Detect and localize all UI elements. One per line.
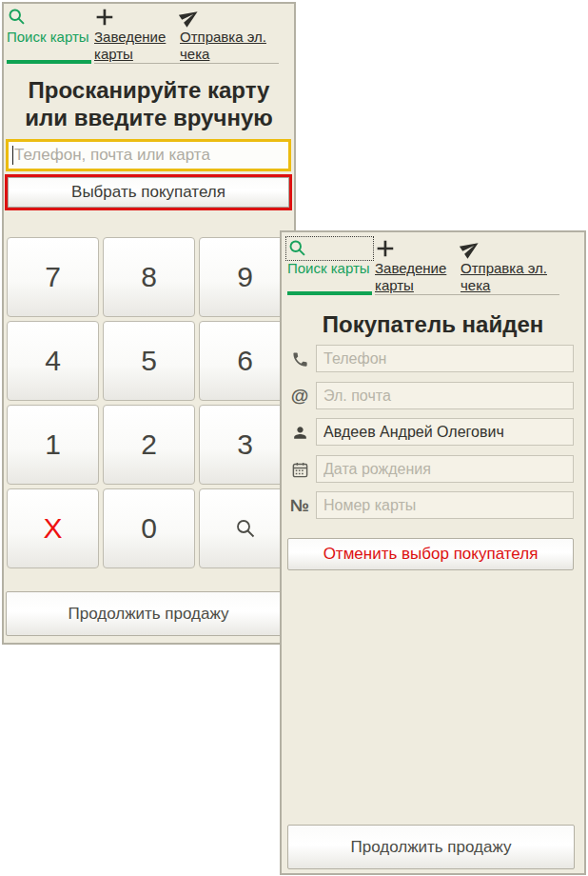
plus-icon xyxy=(375,238,461,259)
key-7[interactable]: 7 xyxy=(7,237,99,317)
person-icon xyxy=(287,421,312,444)
continue-sale-button[interactable]: Продолжить продажу xyxy=(287,825,575,869)
key-search[interactable] xyxy=(199,488,291,568)
phone-icon xyxy=(287,348,312,370)
select-customer-button[interactable]: Выбрать покупателя xyxy=(5,174,292,210)
tab-label: Отправка эл. чека xyxy=(180,29,279,63)
numeric-keypad: 7 8 9 4 5 6 1 2 3 X 0 xyxy=(7,237,291,568)
name-input[interactable] xyxy=(316,418,574,446)
calendar-icon xyxy=(287,458,312,481)
send-icon xyxy=(180,7,279,28)
page-title: Просканируйте карту или введите вручную xyxy=(4,76,294,131)
key-4[interactable]: 4 xyxy=(7,321,99,401)
text-caret xyxy=(12,146,13,165)
tab-label: Заведение карты xyxy=(94,29,180,63)
card-number-field-row: № xyxy=(285,491,573,519)
tab-label: Поиск карты xyxy=(7,29,91,46)
pos-loyalty-screen: Поиск карты Заведение карты Отправка эл.… xyxy=(0,0,588,876)
key-clear[interactable]: X xyxy=(7,488,99,568)
email-field-row: @ xyxy=(285,382,573,409)
plus-icon xyxy=(94,7,180,28)
key-5[interactable]: 5 xyxy=(103,321,195,401)
panel-title: Покупатель найден xyxy=(282,310,584,338)
birthdate-field-row xyxy=(285,455,573,483)
key-8[interactable]: 8 xyxy=(103,237,195,317)
card-number-input[interactable] xyxy=(316,491,574,519)
key-1[interactable]: 1 xyxy=(7,405,99,485)
key-2[interactable]: 2 xyxy=(103,405,195,485)
key-0[interactable]: 0 xyxy=(103,488,195,568)
birthdate-input[interactable] xyxy=(316,455,574,483)
search-icon xyxy=(7,7,91,28)
customer-found-panel: Поиск карты Заведение карты Отправка эл.… xyxy=(280,230,586,875)
phone-input[interactable] xyxy=(316,345,574,372)
card-search-input[interactable] xyxy=(9,142,288,169)
at-icon: @ xyxy=(287,385,312,408)
phone-field-row xyxy=(285,345,573,372)
tab-card-create[interactable]: Заведение карты xyxy=(94,7,180,64)
card-search-panel: Поиск карты Заведение карты Отправка эл.… xyxy=(2,2,296,645)
search-icon xyxy=(234,517,257,540)
continue-sale-button[interactable]: Продолжить продажу xyxy=(6,591,291,636)
card-number-icon: № xyxy=(287,494,312,517)
tab-send-receipt[interactable]: Отправка эл. чека xyxy=(461,238,559,295)
name-field-row xyxy=(285,418,573,446)
tab-card-create[interactable]: Заведение карты xyxy=(375,238,461,295)
key-3[interactable]: 3 xyxy=(199,405,291,485)
cancel-customer-button[interactable]: Отменить выбор покупателя xyxy=(287,538,574,570)
send-icon xyxy=(461,238,559,259)
tab-label: Отправка эл. чека xyxy=(461,260,559,294)
tab-label: Заведение карты xyxy=(375,260,461,294)
tab-card-search[interactable]: Поиск карты xyxy=(287,238,372,295)
card-search-input-wrap xyxy=(6,139,291,171)
tab-label: Поиск карты xyxy=(287,260,372,277)
email-input[interactable] xyxy=(316,382,574,409)
key-6[interactable]: 6 xyxy=(199,321,291,401)
tab-card-search[interactable]: Поиск карты xyxy=(7,7,91,64)
key-9[interactable]: 9 xyxy=(199,237,291,317)
search-icon xyxy=(287,238,372,259)
tab-send-receipt[interactable]: Отправка эл. чека xyxy=(180,7,279,64)
